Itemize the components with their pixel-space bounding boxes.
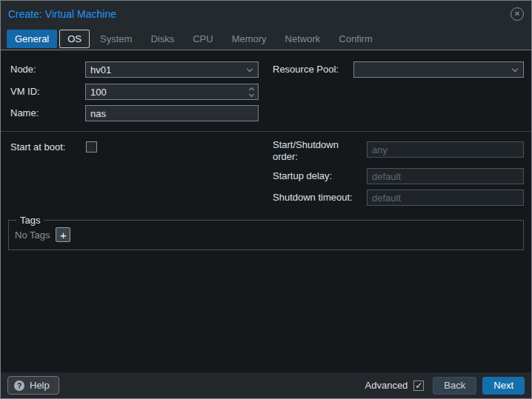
node-input[interactable]	[90, 64, 243, 76]
tags-legend: Tags	[16, 215, 44, 226]
shutdown-timeout-input[interactable]	[372, 192, 519, 204]
create-vm-dialog: Create: Virtual Machine ✕ General OS Sys…	[0, 0, 532, 399]
form-panel: Node: VM ID: Name: Resource Pool: Start …	[1, 50, 531, 372]
node-label: Node:	[10, 61, 36, 78]
order-label: Start/Shutdown order:	[273, 139, 360, 163]
tags-row: No Tags +	[15, 227, 517, 242]
footer-bar: ? Help Advanced ✓ Back Next	[1, 372, 531, 398]
startup-delay-label: Startup delay:	[273, 168, 332, 184]
close-icon[interactable]: ✕	[511, 7, 524, 21]
tab-memory[interactable]: Memory	[224, 30, 275, 48]
tab-bar: General OS System Disks CPU Memory Netwo…	[1, 27, 531, 50]
tab-cpu[interactable]: CPU	[184, 30, 221, 48]
spinner-arrows[interactable]	[250, 88, 253, 96]
close-x-glyph: ✕	[514, 10, 520, 18]
vmid-input[interactable]	[90, 87, 245, 98]
tab-os[interactable]: OS	[59, 30, 90, 48]
order-input[interactable]	[372, 144, 519, 155]
resource-pool-label: Resource Pool:	[273, 61, 339, 78]
section-divider	[1, 131, 531, 132]
name-input[interactable]	[90, 108, 253, 119]
help-label: Help	[30, 380, 50, 391]
dialog-title: Create: Virtual Machine	[8, 8, 116, 20]
tab-network[interactable]: Network	[277, 30, 329, 48]
tab-confirm[interactable]: Confirm	[330, 30, 381, 48]
spinner-down-icon[interactable]	[249, 91, 254, 96]
name-label: Name:	[10, 105, 39, 121]
no-tags-text: No Tags	[15, 229, 50, 241]
shutdown-timeout-label: Shutdown timeout:	[273, 190, 353, 206]
back-button[interactable]: Back	[433, 377, 476, 395]
vmid-spinner[interactable]	[85, 84, 259, 100]
advanced-label: Advanced	[365, 380, 408, 391]
help-icon: ?	[14, 380, 24, 391]
chevron-down-icon[interactable]	[247, 65, 253, 71]
resource-pool-combobox[interactable]	[353, 61, 524, 78]
next-button[interactable]: Next	[482, 377, 525, 395]
name-field[interactable]	[85, 105, 259, 121]
start-at-boot-checkbox[interactable]	[86, 141, 97, 152]
tags-fieldset: Tags No Tags +	[8, 215, 524, 250]
add-tag-button[interactable]: +	[56, 227, 70, 242]
start-at-boot-label: Start at boot:	[10, 139, 65, 155]
help-button[interactable]: ? Help	[7, 376, 59, 395]
tab-disks[interactable]: Disks	[142, 30, 182, 48]
node-combobox[interactable]	[85, 61, 259, 78]
chevron-down-icon[interactable]	[512, 65, 518, 71]
check-icon: ✓	[415, 381, 422, 390]
plus-icon: +	[60, 229, 67, 241]
resource-pool-input[interactable]	[359, 64, 508, 76]
vmid-label: VM ID:	[10, 84, 40, 100]
footer-actions: Advanced ✓ Back Next	[365, 377, 525, 395]
order-field[interactable]	[367, 141, 524, 158]
startup-delay-input[interactable]	[372, 171, 519, 182]
advanced-checkbox[interactable]: ✓	[413, 380, 424, 391]
tab-system[interactable]: System	[92, 30, 140, 48]
shutdown-timeout-field[interactable]	[367, 190, 524, 206]
titlebar: Create: Virtual Machine ✕	[1, 1, 531, 27]
tab-general[interactable]: General	[7, 30, 57, 48]
startup-delay-field[interactable]	[367, 168, 524, 184]
